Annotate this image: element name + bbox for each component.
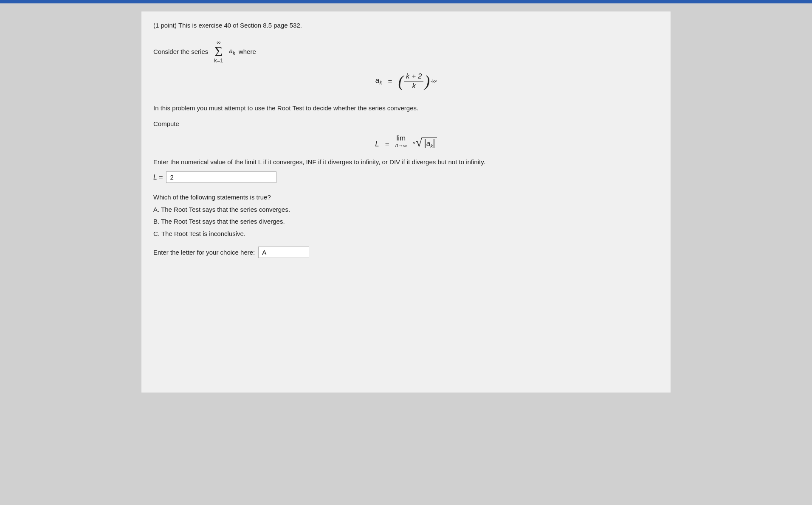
- root-index: n: [413, 140, 415, 145]
- lim-block: lim n→∞: [395, 134, 407, 149]
- fraction: k + 2 k: [404, 72, 423, 90]
- top-bar-seg2: [36, 0, 87, 3]
- L-input-row: L =: [153, 171, 659, 183]
- page-wrapper: (1 point) This is exercise 40 of Section…: [134, 3, 678, 401]
- top-bar-seg3: [88, 0, 110, 3]
- choice-input[interactable]: [258, 247, 309, 258]
- lim-sub: n→∞: [395, 143, 407, 149]
- problem-box: (1 point) This is exercise 40 of Section…: [141, 11, 671, 393]
- exponent: -k²: [431, 79, 437, 84]
- top-bar-seg1: [0, 0, 34, 3]
- frac-den: k: [410, 81, 417, 90]
- statement-C: C. The Root Test is inconclusive.: [153, 228, 659, 240]
- L-input-label: L =: [153, 174, 163, 181]
- section-text: In this problem you must attempt to use …: [153, 103, 659, 113]
- where-label: where: [239, 48, 256, 55]
- formula-lhs: ak: [375, 76, 382, 86]
- limit-formula: L = lim n→∞ n √ |ak|: [153, 134, 659, 149]
- paren-expression: ( k + 2 k ) -k²: [398, 72, 437, 90]
- top-bar: [0, 0, 812, 3]
- radical-symbol: √: [416, 137, 422, 149]
- L-value-input[interactable]: [166, 171, 276, 183]
- series-line: Consider the series ∞ Σ k=1 ak where: [153, 39, 659, 64]
- frac-num: k + 2: [404, 72, 423, 81]
- sigma-notation: ∞ Σ k=1: [214, 39, 223, 64]
- statements-question: Which of the following statements is tru…: [153, 191, 659, 204]
- sigma-symbol: Σ: [215, 45, 223, 58]
- series-intro-text: Consider the series: [153, 48, 208, 55]
- radical-content: |ak|: [422, 137, 437, 149]
- right-paren: ): [424, 74, 430, 88]
- enter-value-text: Enter the numerical value of the limit L…: [153, 157, 659, 167]
- ak-formula: ak = ( k + 2 k ) -k²: [375, 72, 437, 90]
- limit-inner: L = lim n→∞ n √ |ak|: [375, 134, 437, 149]
- compute-label: Compute: [153, 120, 659, 127]
- limit-lhs: L: [375, 140, 379, 149]
- left-paren: (: [398, 74, 403, 88]
- limit-eq-sign: =: [385, 140, 389, 149]
- statements-block: Which of the following statements is tru…: [153, 191, 659, 240]
- choice-row: Enter the letter for your choice here:: [153, 247, 659, 258]
- series-term: ak: [229, 47, 235, 56]
- ak-formula-block: ak = ( k + 2 k ) -k²: [153, 72, 659, 90]
- problem-header: (1 point) This is exercise 40 of Section…: [153, 22, 659, 29]
- statement-A: A. The Root Test says that the series co…: [153, 204, 659, 216]
- choice-label: Enter the letter for your choice here:: [153, 249, 255, 256]
- nth-root: n √ |ak|: [413, 137, 437, 149]
- sigma-lower: k=1: [214, 57, 223, 64]
- lim-word: lim: [396, 134, 406, 143]
- formula-eq: =: [388, 77, 392, 86]
- statement-B: B. The Root Test says that the series di…: [153, 216, 659, 228]
